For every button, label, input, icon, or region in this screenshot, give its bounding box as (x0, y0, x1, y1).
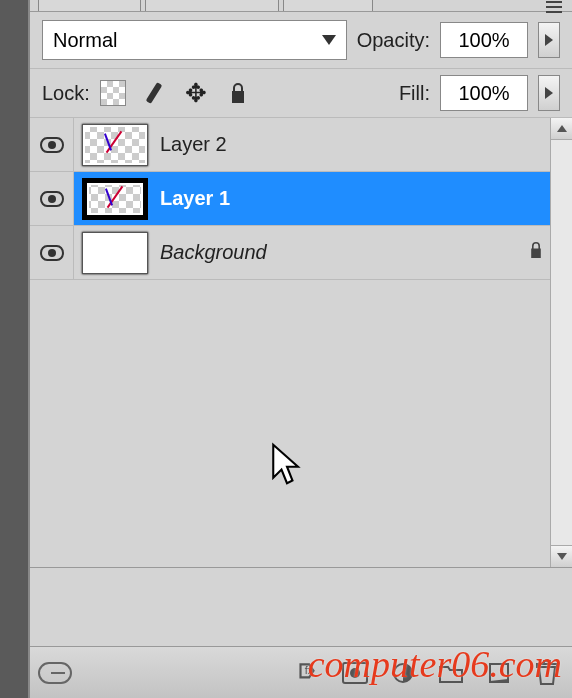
tab-layers[interactable]: LAYERS (38, 0, 141, 11)
layer-style-button[interactable]: fx (290, 656, 324, 690)
lock-pixels-button[interactable] (140, 79, 168, 107)
canvas-background-strip (0, 0, 28, 698)
lock-icon (524, 241, 548, 264)
svg-point-2 (350, 668, 360, 678)
adjustment-layer-button[interactable] (386, 656, 420, 690)
layers-list: Layer 2 Layer 1 Background (30, 118, 572, 568)
layers-bottom-toolbar: fx (30, 646, 572, 698)
layer-name[interactable]: Background (160, 241, 524, 264)
fill-label: Fill: (399, 82, 430, 105)
layer-row[interactable]: Layer 1 (30, 172, 572, 226)
chevron-down-icon (322, 35, 336, 45)
opacity-value[interactable]: 100% (440, 22, 528, 58)
layer-thumbnail[interactable] (82, 124, 148, 166)
eye-icon (40, 191, 64, 207)
layer-mask-button[interactable] (338, 656, 372, 690)
lock-all-button[interactable] (224, 79, 252, 107)
visibility-toggle[interactable] (30, 226, 74, 279)
blend-opacity-row: Normal Opacity: 100% (30, 12, 572, 69)
svg-rect-4 (490, 664, 508, 682)
layer-thumbnail[interactable] (82, 178, 148, 220)
lock-buttons: ✥ (100, 79, 252, 107)
cursor-icon (270, 442, 304, 486)
panel-tabs: LAYERS CHANNELS PATHS (30, 0, 572, 12)
new-group-button[interactable] (434, 656, 468, 690)
lock-transparency-button[interactable] (100, 80, 126, 106)
layers-scrollbar[interactable] (550, 118, 572, 567)
link-layers-button[interactable] (38, 656, 72, 690)
visibility-toggle[interactable] (30, 118, 74, 171)
scroll-up-button[interactable] (551, 118, 572, 140)
layer-name[interactable]: Layer 1 (160, 187, 548, 210)
scroll-down-button[interactable] (551, 545, 572, 567)
panel-menu-button[interactable] (540, 0, 568, 18)
lock-fill-row: Lock: ✥ Fill: 100% (30, 69, 572, 118)
layers-panel: LAYERS CHANNELS PATHS Normal Opacity: 10… (28, 0, 572, 698)
triangle-down-icon (557, 553, 567, 560)
triangle-up-icon (557, 125, 567, 132)
blend-mode-value: Normal (53, 29, 117, 52)
layer-name[interactable]: Layer 2 (160, 133, 548, 156)
fill-stepper[interactable] (538, 75, 560, 111)
fill-value[interactable]: 100% (440, 75, 528, 111)
delete-layer-button[interactable] (530, 656, 564, 690)
layer-thumbnail[interactable] (82, 232, 148, 274)
opacity-label: Opacity: (357, 29, 430, 52)
lock-position-button[interactable]: ✥ (182, 79, 210, 107)
visibility-toggle[interactable] (30, 172, 74, 225)
triangle-right-icon (545, 87, 553, 99)
eye-icon (40, 137, 64, 153)
layer-row[interactable]: Background (30, 226, 572, 280)
tab-channels[interactable]: CHANNELS (145, 0, 279, 11)
svg-text:fx: fx (305, 664, 314, 676)
tab-paths[interactable]: PATHS (283, 0, 372, 11)
layer-row[interactable]: Layer 2 (30, 118, 572, 172)
opacity-stepper[interactable] (538, 22, 560, 58)
blend-mode-dropdown[interactable]: Normal (42, 20, 347, 60)
triangle-right-icon (545, 34, 553, 46)
lock-label: Lock: (42, 82, 90, 105)
eye-icon (40, 245, 64, 261)
new-layer-button[interactable] (482, 656, 516, 690)
link-icon (38, 662, 72, 684)
